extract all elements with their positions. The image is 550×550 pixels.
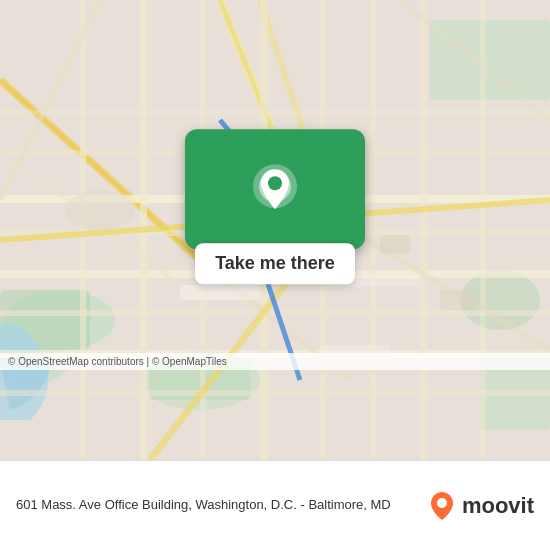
- svg-rect-17: [80, 0, 86, 460]
- copyright-bar: © OpenStreetMap contributors | © OpenMap…: [0, 353, 550, 370]
- svg-rect-23: [420, 0, 427, 460]
- location-pin-icon: [245, 159, 305, 219]
- footer: 601 Mass. Ave Office Building, Washingto…: [0, 460, 550, 550]
- moovit-icon: [426, 490, 458, 522]
- moovit-text: moovit: [462, 493, 534, 519]
- green-card: [185, 129, 365, 249]
- svg-point-34: [268, 176, 282, 190]
- svg-rect-31: [440, 290, 475, 310]
- map-container: Take me there © OpenStreetMap contributo…: [0, 0, 550, 460]
- svg-rect-22: [370, 0, 376, 460]
- svg-point-25: [65, 190, 135, 230]
- take-me-there-card: Take me there: [185, 129, 365, 284]
- svg-rect-26: [180, 285, 260, 300]
- svg-rect-4: [430, 20, 550, 100]
- svg-point-35: [437, 498, 447, 508]
- take-me-there-button[interactable]: Take me there: [195, 243, 355, 284]
- address-text: 601 Mass. Ave Office Building, Washingto…: [16, 496, 426, 514]
- svg-rect-29: [380, 235, 410, 253]
- moovit-logo: moovit: [426, 490, 534, 522]
